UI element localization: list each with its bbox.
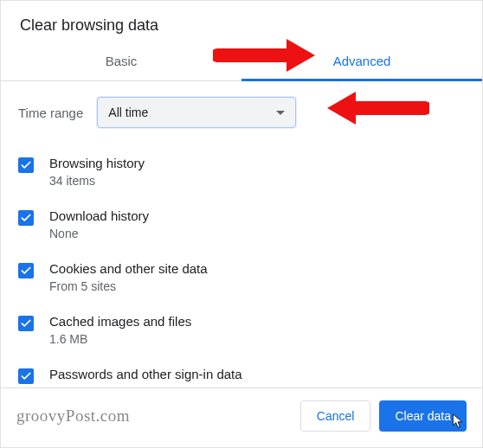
checkbox-passwords[interactable] <box>18 368 34 384</box>
check-icon <box>20 212 32 224</box>
item-label: Cached images and files <box>49 314 191 329</box>
list-item: Cookies and other site data From 5 sites <box>18 253 465 305</box>
item-label: Passwords and other sign-in data <box>49 367 242 381</box>
item-sub: 34 items <box>49 174 145 188</box>
list-item: Passwords and other sign-in data <box>18 358 465 387</box>
footer-buttons: Cancel Clear data <box>300 400 467 432</box>
clear-data-button[interactable]: Clear data <box>379 400 467 432</box>
watermark-text: groovyPost.com <box>16 406 130 426</box>
checkbox-download-history[interactable] <box>18 210 34 226</box>
tab-advanced[interactable]: Advanced <box>242 43 482 80</box>
time-range-row: Time range All time <box>18 97 465 128</box>
tabs: Basic Advanced <box>1 43 482 81</box>
list-item: Browsing history 34 items <box>18 147 465 200</box>
item-label: Cookies and other site data <box>49 261 208 276</box>
cursor-icon <box>451 413 465 430</box>
item-sub: From 5 sites <box>49 279 208 293</box>
item-sub: None <box>49 227 149 240</box>
checkbox-cached-images[interactable] <box>18 316 34 331</box>
item-label: Browsing history <box>49 156 145 170</box>
check-icon <box>20 317 32 330</box>
item-sub: 1.6 MB <box>49 332 191 346</box>
clear-data-button-label: Clear data <box>395 409 451 423</box>
time-range-label: Time range <box>18 106 83 120</box>
check-icon <box>20 265 32 277</box>
tab-basic-label: Basic <box>106 54 138 68</box>
cancel-button[interactable]: Cancel <box>300 400 371 432</box>
tab-basic[interactable]: Basic <box>1 43 242 80</box>
dialog-title: Clear browsing data <box>1 1 482 43</box>
time-range-value: All time <box>108 106 148 119</box>
tab-advanced-label: Advanced <box>333 54 391 68</box>
checkbox-cookies[interactable] <box>18 263 34 278</box>
time-range-select[interactable]: All time <box>97 97 296 128</box>
dialog-footer: groovyPost.com Cancel Clear data <box>1 387 482 447</box>
list-item: Download history None <box>18 200 465 253</box>
check-icon <box>20 159 32 171</box>
item-label: Download history <box>49 208 149 223</box>
chevron-down-icon <box>276 111 285 115</box>
check-icon <box>20 370 32 382</box>
list-item: Cached images and files 1.6 MB <box>18 305 465 358</box>
clear-browsing-data-dialog: Clear browsing data Basic Advanced Time … <box>1 1 482 447</box>
cancel-button-label: Cancel <box>317 409 355 423</box>
checkbox-browsing-history[interactable] <box>18 157 34 173</box>
options-scroll-area[interactable]: Time range All time Browsing history 34 … <box>1 81 482 387</box>
